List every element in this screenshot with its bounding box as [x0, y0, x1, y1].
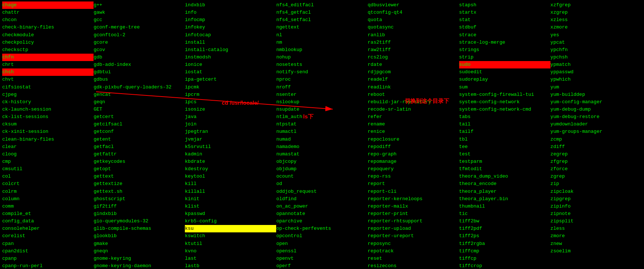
- list-item: info: [185, 9, 276, 16]
- list-item: theora_dump_video: [459, 173, 550, 180]
- list-item: cmp: [2, 158, 94, 165]
- list-item: rdjpgcom: [368, 68, 459, 76]
- list-item: chfn: [2, 54, 94, 61]
- list-item: gnome-keyring: [94, 255, 185, 262]
- list-item: quotasync: [368, 24, 459, 31]
- list-item: killall: [185, 188, 276, 195]
- list-item: cloog: [2, 151, 94, 158]
- list-item: op-check-perfevents: [276, 225, 367, 232]
- list-item: gmake: [94, 240, 185, 248]
- list-item: zfgrep: [550, 158, 642, 165]
- list-item: cifsiostat: [2, 84, 94, 91]
- list-item: strace-log-merge: [459, 39, 550, 46]
- list-item: readlink: [368, 84, 459, 91]
- list-item: clean-binary-files: [2, 136, 94, 143]
- list-item: system-config-network: [459, 98, 550, 106]
- list-item: iostat: [185, 68, 276, 76]
- list-item: ck-history: [2, 98, 94, 106]
- list-item: chsh: [2, 68, 94, 76]
- list-item: reporter-rhtsupport: [368, 218, 459, 225]
- list-item: infokey: [185, 24, 276, 31]
- list-item: chattr: [2, 9, 94, 16]
- list-item: sudoreplay: [459, 76, 550, 83]
- list-item: xzmore: [550, 24, 642, 31]
- column-col4: nfs4_editfaclnfs4_getfaclnfs4_setfaclnge…: [276, 1, 367, 269]
- list-item: col: [2, 173, 94, 180]
- list-item: zipinfo: [550, 203, 642, 210]
- list-item: ionice: [185, 61, 276, 68]
- list-item: kill: [185, 180, 276, 188]
- list-item: last: [185, 255, 276, 262]
- list-item: tailf: [459, 128, 550, 135]
- list-item: renice: [368, 128, 459, 135]
- list-item: zsoelim: [550, 248, 642, 255]
- list-item: strings: [459, 46, 550, 54]
- list-item: checkmodule: [2, 31, 94, 39]
- list-item: zip: [550, 180, 642, 188]
- list-item: gcov: [94, 46, 185, 54]
- list-item: chcon: [2, 16, 94, 24]
- list-item: system-config-firewall-tui: [459, 91, 550, 98]
- list-item: kdestroy: [185, 165, 276, 173]
- list-item: zforce: [550, 165, 642, 173]
- list-item: objdump: [276, 165, 367, 173]
- list-item: theora_player: [459, 188, 550, 195]
- list-item: strace: [459, 31, 550, 39]
- list-item: xzless: [550, 16, 642, 24]
- list-item: lastb: [185, 262, 276, 269]
- list-item: openvt: [276, 255, 367, 262]
- list-item: colrm: [2, 188, 94, 195]
- list-item: nfs4_getfacl: [276, 9, 367, 16]
- list-item: clear: [2, 143, 94, 151]
- list-item: yum-debug-dump: [550, 106, 642, 113]
- list-item: ypchsh: [550, 54, 642, 61]
- list-item: ypwhich: [550, 76, 642, 83]
- list-item: jvmjar: [185, 136, 276, 143]
- list-item: geqn: [94, 98, 185, 106]
- list-item: reboot: [368, 91, 459, 98]
- list-item: zipsplit: [550, 218, 642, 225]
- list-item: ck-launch-session: [2, 106, 94, 113]
- column-col3: indxbibinfoinfocmpinfokeyinfotocapinstal…: [185, 1, 276, 269]
- list-item: operf: [276, 262, 367, 269]
- list-item: stat: [459, 16, 550, 24]
- list-item: cpanp: [2, 255, 94, 262]
- list-item: ksu: [185, 225, 276, 232]
- list-item: readelf: [368, 76, 459, 83]
- list-item: zipgrep: [550, 195, 642, 203]
- list-item: gconf-merge-tree: [94, 24, 185, 31]
- list-item: repodiff: [368, 143, 459, 151]
- list-item: sudo: [459, 61, 550, 68]
- list-item: klist: [185, 203, 276, 210]
- list-item: install-catalog: [185, 46, 276, 54]
- list-item: g++: [94, 1, 185, 9]
- list-item: ipcrm: [185, 91, 276, 98]
- list-item: kinit: [185, 195, 276, 203]
- list-item: compile_et: [2, 210, 94, 218]
- list-item: reset: [368, 255, 459, 262]
- list-item: GET: [94, 106, 185, 113]
- list-item: getcert: [94, 113, 185, 121]
- list-item: tbl: [459, 136, 550, 143]
- list-item: gneqn: [94, 248, 185, 255]
- list-item: xzfgrep: [550, 1, 642, 9]
- list-item: ntlm_auth: [276, 113, 367, 121]
- list-item: report: [368, 180, 459, 188]
- list-item: corelist: [2, 232, 94, 240]
- list-item: checkpolicy: [2, 39, 94, 46]
- list-item: system-config-network-cmd: [459, 106, 550, 113]
- list-item: resizecons: [368, 262, 459, 269]
- list-item: kpasswd: [185, 210, 276, 218]
- list-item: namademo: [276, 143, 367, 151]
- list-item: comm: [2, 203, 94, 210]
- list-item: yppasswd: [550, 68, 642, 76]
- list-item: nosetests: [276, 61, 367, 68]
- list-item: theora_player.bin: [459, 195, 550, 203]
- list-item: gencat: [94, 91, 185, 98]
- list-item: zdiff: [550, 143, 642, 151]
- command-list: chagechattrchconcheck-binary-filescheckm…: [2, 1, 642, 269]
- list-item: ras2tiff: [368, 39, 459, 46]
- list-item: gettext: [94, 173, 185, 180]
- list-item: nsenter: [276, 91, 367, 98]
- list-item: tabs: [459, 113, 550, 121]
